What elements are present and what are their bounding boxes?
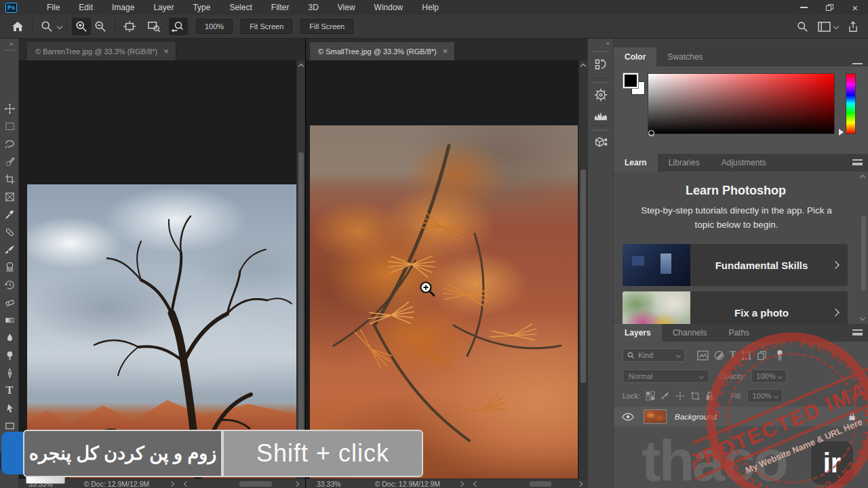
zoom-in-mode-icon[interactable] — [72, 18, 91, 35]
close-tab-icon[interactable]: × — [163, 47, 169, 56]
fill-screen-button[interactable]: Fill Screen — [300, 19, 353, 34]
hue-slider[interactable] — [846, 73, 856, 134]
history-panel-icon[interactable] — [592, 56, 610, 73]
doc1-vertical-scrollbar[interactable] — [296, 60, 305, 479]
tool-dodge[interactable] — [0, 346, 19, 364]
hscroll-right-icon[interactable] — [294, 481, 299, 486]
resize-windows-to-fit-icon[interactable] — [120, 18, 139, 35]
menu-item[interactable]: Help — [412, 1, 448, 14]
tool-gradient[interactable] — [0, 311, 19, 329]
workspace-switcher[interactable] — [818, 22, 838, 32]
scroll-up-icon[interactable] — [860, 175, 865, 180]
visibility-eye-icon[interactable] — [622, 413, 634, 421]
collapse-dock-icon[interactable]: « — [606, 40, 609, 47]
hscroll-left-icon[interactable] — [473, 481, 479, 486]
zoom-out-mode-icon[interactable] — [91, 18, 110, 35]
tool-options-bar: 100% Fit Screen Fill Screen — [0, 15, 868, 39]
panel-menu-icon[interactable] — [852, 159, 863, 165]
learn-card-fix-a-photo[interactable]: Fix a photo — [623, 291, 848, 324]
zoom-100-button[interactable]: 100% — [196, 19, 233, 34]
tool-move[interactable] — [0, 100, 19, 117]
menu-item[interactable]: Window — [365, 1, 413, 14]
zoom-all-windows-icon[interactable] — [144, 18, 163, 35]
tool-type[interactable]: T — [0, 382, 19, 399]
dock-drag-handle[interactable] — [593, 129, 608, 131]
tool-pen[interactable] — [0, 364, 19, 382]
menu-item[interactable]: Select — [220, 1, 261, 14]
menu-item[interactable]: Filter — [262, 1, 299, 14]
expand-tools-icon[interactable]: » — [9, 41, 12, 47]
tool-lasso[interactable] — [0, 135, 19, 152]
hscroll-right-icon[interactable] — [577, 481, 583, 486]
doc2-canvas[interactable] — [306, 60, 587, 479]
chevron-down-icon[interactable] — [57, 24, 62, 29]
menu-item[interactable]: 3D — [298, 1, 328, 14]
tab-learn[interactable]: Learn — [614, 154, 658, 171]
tool-eraser[interactable] — [0, 293, 19, 311]
tab-swatches[interactable]: Swatches — [656, 47, 713, 66]
doc2-vertical-scrollbar[interactable] — [578, 60, 587, 479]
panel-group-header — [614, 39, 868, 47]
tools-drag-handle[interactable] — [4, 49, 15, 51]
tab-adjustments[interactable]: Adjustments — [711, 154, 777, 171]
dock-drag-handle[interactable] — [593, 51, 608, 52]
tab-layers[interactable]: Layers — [614, 324, 662, 342]
menu-item[interactable]: View — [328, 1, 365, 14]
close-tab-icon[interactable]: × — [443, 47, 448, 56]
hue-slider-arrow[interactable] — [839, 129, 844, 136]
search-icon[interactable] — [797, 21, 808, 33]
lock-position-icon[interactable] — [675, 391, 685, 401]
layer-thumbnail[interactable] — [644, 409, 667, 424]
tool-rectangular-marquee[interactable] — [0, 117, 19, 135]
tab-color[interactable]: Color — [614, 47, 656, 66]
navigator-panel-icon[interactable] — [592, 86, 610, 104]
home-icon[interactable] — [8, 18, 27, 35]
properties-panel-icon[interactable] — [592, 134, 610, 151]
photoshop-logo-icon[interactable]: Ps — [5, 3, 17, 13]
document-window-smalltree: © SmallTree.jpg @ 33.3% (RGB/8*) × — [305, 39, 587, 488]
learn-scrollbar-thumb[interactable] — [861, 216, 866, 291]
tool-quick-selection[interactable] — [0, 152, 19, 170]
status-menu-icon[interactable] — [458, 481, 464, 486]
histogram-panel-icon[interactable] — [592, 106, 610, 124]
menu-item[interactable]: File — [37, 1, 69, 14]
tool-eyedropper[interactable] — [0, 205, 19, 223]
dock-drag-handle[interactable] — [593, 82, 608, 83]
doc1-canvas[interactable] — [19, 60, 305, 479]
layer-filter-select[interactable]: Kind — [623, 348, 685, 362]
scrubby-zoom-icon[interactable] — [169, 18, 188, 35]
tool-crop[interactable] — [0, 170, 19, 188]
foreground-color-swatch[interactable] — [623, 73, 638, 88]
fit-screen-button[interactable]: Fit Screen — [241, 19, 292, 34]
color-field[interactable] — [648, 73, 835, 134]
tool-frame[interactable] — [0, 188, 19, 205]
doc2-zoom-readout[interactable]: 33.33% — [317, 480, 341, 488]
doc-tab-smalltree[interactable]: © SmallTree.jpg @ 33.3% (RGB/8*) × — [310, 42, 455, 60]
color-field-cursor[interactable] — [648, 130, 654, 136]
minimize-button[interactable] — [791, 0, 816, 15]
tool-clone-stamp[interactable] — [0, 258, 19, 276]
tool-spot-healing-brush[interactable] — [0, 223, 19, 241]
restore-button[interactable] — [816, 0, 842, 15]
tab-libraries[interactable]: Libraries — [658, 154, 711, 171]
menu-item[interactable]: Type — [183, 1, 220, 14]
tool-history-brush[interactable] — [0, 276, 19, 293]
hscroll-left-icon[interactable] — [184, 481, 189, 486]
tool-path-selection[interactable] — [0, 399, 19, 417]
learn-card-fundamental-skills[interactable]: Fundamental Skills — [623, 244, 848, 286]
status-menu-icon[interactable] — [169, 481, 174, 486]
zoom-tool-preset-icon[interactable] — [37, 18, 56, 35]
menu-item[interactable]: Image — [102, 1, 144, 14]
tool-brush[interactable] — [0, 241, 19, 258]
document-window-barrentree: © BarrenTree.jpg @ 33.3% (RGB/8*) × — [19, 39, 305, 488]
lock-pixels-icon[interactable] — [660, 391, 670, 401]
doc2-horizontal-scrollbar[interactable] — [484, 481, 572, 487]
lock-transparency-icon[interactable] — [646, 391, 655, 401]
share-icon[interactable] — [848, 21, 859, 33]
doc1-horizontal-scrollbar[interactable] — [194, 481, 289, 487]
menu-item[interactable]: Layer — [144, 1, 183, 14]
tool-blur[interactable] — [0, 329, 19, 346]
close-button[interactable]: × — [842, 0, 868, 15]
doc-tab-barrentree[interactable]: © BarrenTree.jpg @ 33.3% (RGB/8*) × — [27, 42, 176, 60]
menu-item[interactable]: Edit — [69, 1, 102, 14]
